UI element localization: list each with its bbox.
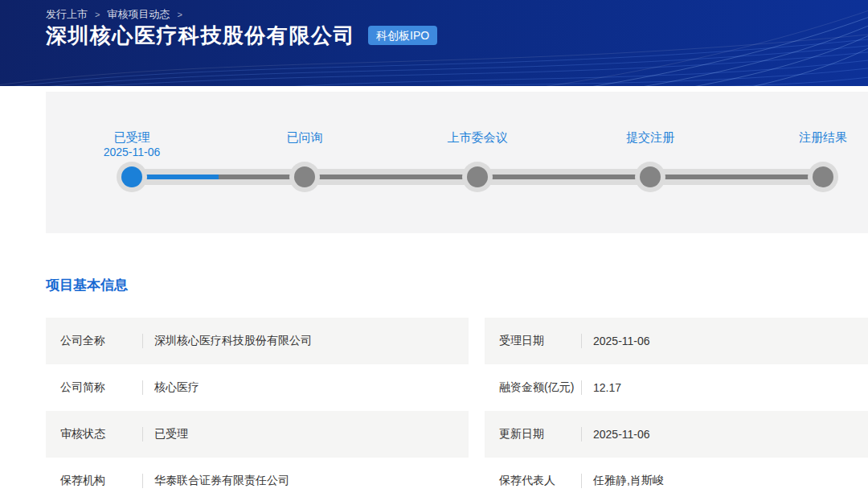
info-row: 受理日期 2025-11-06 bbox=[485, 318, 868, 364]
info-row-divider bbox=[581, 427, 582, 442]
stage-date bbox=[236, 145, 373, 159]
info-row-divider bbox=[581, 334, 582, 348]
breadcrumb-separator-icon: > bbox=[95, 10, 100, 19]
stage-dot-icon bbox=[467, 166, 488, 187]
stage-label: 已问询 bbox=[236, 129, 373, 145]
basic-info-table-left: 公司全称 深圳核心医疗科技股份有限公司 公司简称 核心医疗 审核状态 已受理 保… bbox=[46, 318, 469, 497]
info-row-divider bbox=[581, 380, 582, 395]
stage-date bbox=[409, 145, 546, 159]
info-row: 更新日期 2025-11-06 bbox=[485, 411, 868, 458]
info-row-label: 保荐代表人 bbox=[499, 474, 581, 488]
stage-dot-icon bbox=[813, 166, 833, 187]
info-row-divider bbox=[581, 474, 582, 488]
basic-info-section-title: 项目基本信息 bbox=[46, 277, 868, 294]
info-row-value: 已受理 bbox=[154, 427, 188, 442]
stage-dot-icon bbox=[121, 166, 142, 187]
stage-label: 上市委会议 bbox=[409, 129, 546, 145]
breadcrumb-item-audit-project-dynamics[interactable]: 审核项目动态 bbox=[107, 7, 170, 22]
info-row-value: 华泰联合证券有限责任公司 bbox=[154, 474, 289, 488]
info-row: 保荐代表人 任雅静,肖斯峻 bbox=[485, 458, 868, 497]
breadcrumb-separator-icon: > bbox=[177, 10, 182, 19]
info-row: 公司简称 核心医疗 bbox=[46, 364, 469, 411]
timeline-stage: 已问询 bbox=[236, 92, 373, 233]
stage-label: 提交注册 bbox=[582, 129, 719, 145]
info-row: 公司全称 深圳核心医疗科技股份有限公司 bbox=[46, 318, 469, 364]
info-row-label: 更新日期 bbox=[499, 427, 581, 442]
info-row-label: 受理日期 bbox=[499, 334, 581, 348]
info-row-value: 深圳核心医疗科技股份有限公司 bbox=[154, 334, 312, 348]
breadcrumb-item-issue-listing[interactable]: 发行上市 bbox=[46, 7, 88, 22]
info-row: 审核状态 已受理 bbox=[46, 411, 469, 458]
title-row: 深圳核心医疗科技股份有限公司 科创板IPO bbox=[46, 23, 437, 48]
info-row-label: 公司全称 bbox=[60, 334, 142, 348]
info-row-label: 公司简称 bbox=[60, 380, 142, 395]
stage-date: 2025-11-06 bbox=[63, 145, 200, 159]
info-row-divider bbox=[142, 427, 143, 442]
timeline-stage: 注册结果 bbox=[755, 92, 868, 233]
info-row-value: 任雅静,肖斯峻 bbox=[593, 474, 664, 488]
timeline-stage: 提交注册 bbox=[582, 92, 719, 233]
timeline-stage: 上市委会议 bbox=[409, 92, 546, 233]
info-row-divider bbox=[142, 334, 143, 348]
board-ipo-badge: 科创板IPO bbox=[368, 26, 437, 45]
stage-dot-icon bbox=[294, 166, 315, 187]
stage-label: 已受理 bbox=[63, 129, 200, 145]
stage-dot-icon bbox=[640, 166, 661, 187]
timeline-stage: 已受理 2025-11-06 bbox=[63, 92, 200, 233]
basic-info-table-right: 受理日期 2025-11-06 融资金额(亿元) 12.17 更新日期 2025… bbox=[485, 318, 868, 497]
info-row-label: 保荐机构 bbox=[60, 474, 142, 488]
info-row-value: 12.17 bbox=[593, 381, 621, 394]
page-header: 发行上市 > 审核项目动态 > 深圳核心医疗科技股份有限公司 科创板IPO bbox=[0, 0, 868, 86]
info-row-divider bbox=[142, 380, 143, 395]
stage-date bbox=[582, 145, 719, 159]
basic-info-tables: 公司全称 深圳核心医疗科技股份有限公司 公司简称 核心医疗 审核状态 已受理 保… bbox=[46, 318, 868, 497]
info-row-value: 2025-11-06 bbox=[593, 335, 650, 347]
audit-progress-timeline: 已受理 2025-11-06 已问询 上市委会议 提交注册 注册结果 bbox=[46, 92, 868, 233]
info-row-divider bbox=[142, 474, 143, 488]
info-row-value: 2025-11-06 bbox=[593, 428, 650, 441]
info-row: 保荐机构 华泰联合证券有限责任公司 bbox=[46, 458, 469, 497]
breadcrumb: 发行上市 > 审核项目动态 > bbox=[46, 7, 182, 22]
info-row-label: 审核状态 bbox=[60, 427, 142, 442]
info-row-value: 核心医疗 bbox=[154, 380, 199, 395]
stage-label: 注册结果 bbox=[755, 129, 868, 145]
info-row-label: 融资金额(亿元) bbox=[499, 380, 581, 395]
info-row: 融资金额(亿元) 12.17 bbox=[485, 364, 868, 411]
stage-date bbox=[755, 145, 868, 159]
page-title: 深圳核心医疗科技股份有限公司 bbox=[46, 23, 355, 48]
